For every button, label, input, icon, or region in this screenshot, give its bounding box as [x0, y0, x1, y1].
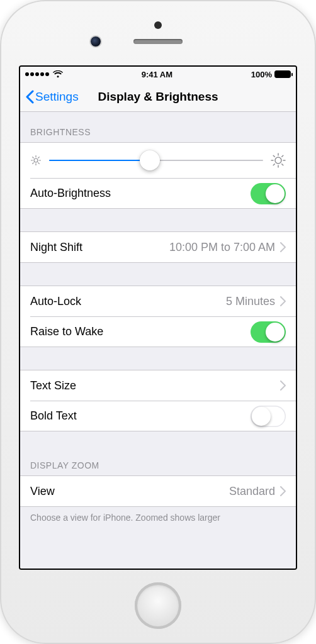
- svg-line-7: [33, 163, 34, 164]
- raise-to-wake-row: Raise to Wake: [30, 316, 296, 347]
- text-size-row[interactable]: Text Size: [20, 370, 296, 401]
- lock-group: Auto-Lock 5 Minutes Raise to Wake: [20, 286, 296, 347]
- night-shift-group: Night Shift 10:00 PM to 7:00 AM: [20, 231, 296, 263]
- raise-to-wake-switch[interactable]: [251, 321, 286, 343]
- svg-point-9: [275, 157, 281, 164]
- svg-line-14: [273, 155, 274, 157]
- back-button[interactable]: Settings: [25, 90, 79, 104]
- home-button[interactable]: [135, 582, 181, 629]
- screen: 9:41 AM 100% Settings Display & Brightne…: [19, 65, 297, 570]
- chevron-left-icon: [25, 90, 34, 104]
- display-zoom-footer: Choose a view for iPhone. Zoomed shows l…: [20, 507, 296, 533]
- text-size-label: Text Size: [30, 379, 76, 392]
- night-shift-row[interactable]: Night Shift 10:00 PM to 7:00 AM: [20, 232, 296, 262]
- chevron-right-icon: [280, 486, 286, 496]
- night-shift-value: 10:00 PM to 7:00 AM: [169, 241, 275, 254]
- status-bar: 9:41 AM 100%: [20, 67, 296, 82]
- chevron-right-icon: [280, 242, 286, 252]
- raise-to-wake-label: Raise to Wake: [30, 325, 103, 338]
- battery-icon: [274, 70, 291, 78]
- svg-line-17: [282, 155, 283, 157]
- brightness-slider[interactable]: [49, 160, 263, 161]
- auto-brightness-row: Auto-Brightness: [30, 178, 296, 208]
- battery-percent: 100%: [251, 70, 272, 79]
- svg-point-0: [34, 158, 38, 162]
- cellular-signal-icon: [25, 72, 49, 76]
- svg-line-6: [38, 163, 40, 164]
- chevron-right-icon: [280, 296, 286, 306]
- wifi-icon: [53, 70, 63, 78]
- view-label: View: [30, 485, 55, 498]
- brightness-group: Auto-Brightness: [20, 142, 296, 209]
- auto-lock-label: Auto-Lock: [30, 295, 81, 308]
- front-camera: [91, 36, 101, 47]
- volume-down-button: [0, 184, 1, 223]
- settings-content[interactable]: BRIGHTNESS Auto-Brightness: [20, 112, 296, 569]
- bold-text-row: Bold Text: [30, 401, 296, 431]
- text-group: Text Size Bold Text: [20, 370, 296, 431]
- view-row[interactable]: View Standard: [20, 476, 296, 506]
- svg-line-15: [282, 164, 283, 165]
- slider-thumb[interactable]: [140, 150, 160, 170]
- proximity-sensor: [154, 21, 162, 29]
- status-time: 9:41 AM: [142, 70, 172, 79]
- view-value: Standard: [229, 485, 275, 498]
- bold-text-label: Bold Text: [30, 409, 77, 423]
- display-zoom-group: View Standard: [20, 475, 296, 507]
- svg-line-16: [273, 164, 274, 165]
- volume-up-button: [0, 136, 1, 175]
- sun-small-icon: [30, 155, 42, 166]
- nav-bar: Settings Display & Brightness: [20, 82, 296, 112]
- svg-line-8: [38, 157, 40, 158]
- auto-lock-row[interactable]: Auto-Lock 5 Minutes: [20, 286, 296, 316]
- section-header-display-zoom: DISPLAY ZOOM: [20, 453, 296, 475]
- auto-brightness-switch[interactable]: [251, 183, 286, 204]
- chevron-right-icon: [280, 380, 286, 391]
- bold-text-switch[interactable]: [251, 406, 286, 427]
- back-label: Settings: [35, 90, 79, 104]
- sun-large-icon: [271, 153, 286, 168]
- device-frame: 9:41 AM 100% Settings Display & Brightne…: [0, 0, 316, 644]
- auto-lock-value: 5 Minutes: [226, 295, 275, 308]
- brightness-slider-row: [20, 143, 296, 178]
- night-shift-label: Night Shift: [30, 241, 82, 254]
- auto-brightness-label: Auto-Brightness: [30, 187, 111, 200]
- earpiece-speaker: [133, 39, 183, 44]
- svg-line-5: [33, 157, 34, 158]
- section-header-brightness: BRIGHTNESS: [20, 112, 296, 142]
- mute-switch: [0, 94, 1, 117]
